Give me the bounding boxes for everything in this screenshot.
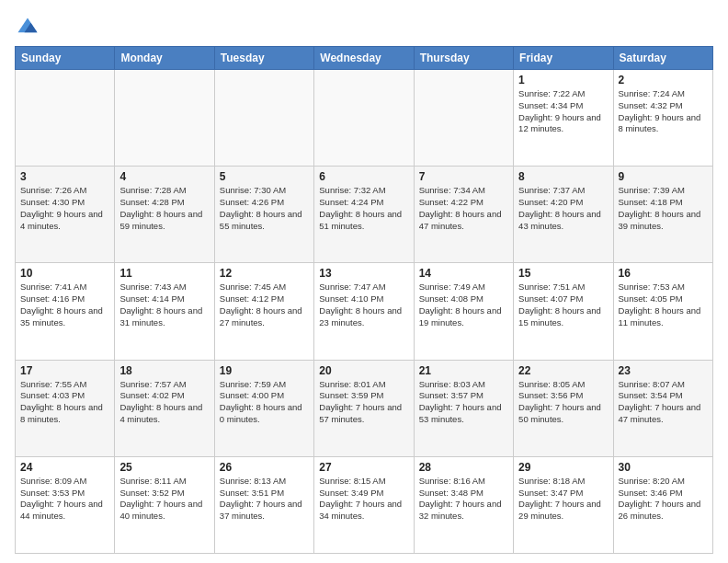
day-info: Sunrise: 8:11 AM Sunset: 3:52 PM Dayligh… (119, 476, 209, 523)
calendar-cell-w5d2: 26Sunrise: 8:13 AM Sunset: 3:51 PM Dayli… (214, 456, 313, 553)
day-number: 12 (220, 267, 309, 280)
day-number: 16 (619, 267, 708, 280)
day-info: Sunrise: 7:39 AM Sunset: 4:18 PM Dayligh… (619, 185, 708, 232)
day-info: Sunrise: 8:01 AM Sunset: 3:59 PM Dayligh… (319, 379, 408, 426)
calendar-cell-w5d0: 24Sunrise: 8:09 AM Sunset: 3:53 PM Dayli… (16, 456, 115, 553)
logo-icon (15, 15, 40, 40)
day-info: Sunrise: 8:18 AM Sunset: 3:47 PM Dayligh… (518, 476, 608, 523)
day-number: 7 (419, 170, 508, 183)
day-number: 26 (220, 461, 309, 474)
day-info: Sunrise: 7:55 AM Sunset: 4:03 PM Dayligh… (20, 379, 109, 426)
calendar-cell-w3d6: 16Sunrise: 7:53 AM Sunset: 4:05 PM Dayli… (613, 263, 712, 360)
calendar-cell-w4d6: 23Sunrise: 8:07 AM Sunset: 3:54 PM Dayli… (613, 360, 712, 456)
calendar-cell-w2d2: 5Sunrise: 7:30 AM Sunset: 4:26 PM Daylig… (214, 167, 313, 263)
day-info: Sunrise: 8:05 AM Sunset: 3:56 PM Dayligh… (518, 379, 608, 426)
day-number: 1 (518, 74, 608, 86)
day-number: 6 (319, 170, 408, 183)
day-number: 5 (220, 170, 309, 183)
calendar-cell-w5d1: 25Sunrise: 8:11 AM Sunset: 3:52 PM Dayli… (115, 456, 214, 553)
calendar-cell-w1d6: 2Sunrise: 7:24 AM Sunset: 4:32 PM Daylig… (613, 70, 712, 167)
calendar-cell-w1d0 (16, 70, 115, 167)
calendar-header-row: SundayMondayTuesdayWednesdayThursdayFrid… (16, 47, 713, 70)
day-number: 10 (20, 267, 109, 280)
day-number: 21 (419, 364, 508, 377)
calendar-header-tuesday: Tuesday (214, 47, 313, 70)
day-info: Sunrise: 7:59 AM Sunset: 4:00 PM Dayligh… (220, 379, 309, 426)
day-number: 3 (20, 170, 109, 183)
logo (15, 15, 44, 40)
calendar-header-saturday: Saturday (613, 47, 712, 70)
calendar-cell-w1d3 (314, 70, 414, 167)
day-number: 4 (119, 170, 209, 183)
day-number: 23 (619, 364, 708, 377)
calendar-cell-w4d5: 22Sunrise: 8:05 AM Sunset: 3:56 PM Dayli… (514, 360, 613, 456)
calendar-cell-w3d1: 11Sunrise: 7:43 AM Sunset: 4:14 PM Dayli… (115, 263, 214, 360)
day-number: 18 (119, 364, 209, 377)
day-number: 15 (518, 267, 608, 280)
day-number: 28 (419, 461, 508, 474)
day-info: Sunrise: 7:34 AM Sunset: 4:22 PM Dayligh… (419, 185, 508, 232)
calendar-cell-w2d5: 8Sunrise: 7:37 AM Sunset: 4:20 PM Daylig… (514, 167, 613, 263)
calendar-cell-w5d6: 30Sunrise: 8:20 AM Sunset: 3:46 PM Dayli… (613, 456, 712, 553)
day-number: 29 (518, 461, 608, 474)
day-info: Sunrise: 7:43 AM Sunset: 4:14 PM Dayligh… (119, 282, 209, 328)
day-info: Sunrise: 8:03 AM Sunset: 3:57 PM Dayligh… (419, 379, 508, 426)
day-info: Sunrise: 8:16 AM Sunset: 3:48 PM Dayligh… (419, 476, 508, 523)
day-info: Sunrise: 7:57 AM Sunset: 4:02 PM Dayligh… (119, 379, 209, 426)
calendar-header-sunday: Sunday (16, 47, 115, 70)
day-info: Sunrise: 8:09 AM Sunset: 3:53 PM Dayligh… (20, 476, 109, 523)
calendar-cell-w1d1 (115, 70, 214, 167)
day-info: Sunrise: 7:47 AM Sunset: 4:10 PM Dayligh… (319, 282, 408, 328)
day-info: Sunrise: 7:22 AM Sunset: 4:34 PM Dayligh… (518, 88, 608, 135)
calendar-header-friday: Friday (514, 47, 613, 70)
day-info: Sunrise: 7:45 AM Sunset: 4:12 PM Dayligh… (220, 282, 309, 328)
day-number: 2 (619, 74, 708, 86)
day-info: Sunrise: 8:13 AM Sunset: 3:51 PM Dayligh… (220, 476, 309, 523)
page: SundayMondayTuesdayWednesdayThursdayFrid… (0, 0, 728, 563)
day-number: 19 (220, 364, 309, 377)
day-number: 8 (518, 170, 608, 183)
day-info: Sunrise: 7:32 AM Sunset: 4:24 PM Dayligh… (319, 185, 408, 232)
day-info: Sunrise: 7:51 AM Sunset: 4:07 PM Dayligh… (518, 282, 608, 328)
calendar-header-wednesday: Wednesday (314, 47, 414, 70)
day-info: Sunrise: 7:28 AM Sunset: 4:28 PM Dayligh… (119, 185, 209, 232)
day-info: Sunrise: 7:41 AM Sunset: 4:16 PM Dayligh… (20, 282, 109, 328)
calendar-cell-w3d2: 12Sunrise: 7:45 AM Sunset: 4:12 PM Dayli… (214, 263, 313, 360)
day-number: 9 (619, 170, 708, 183)
week-row-1: 1Sunrise: 7:22 AM Sunset: 4:34 PM Daylig… (16, 70, 713, 167)
day-number: 11 (119, 267, 209, 280)
calendar-cell-w3d0: 10Sunrise: 7:41 AM Sunset: 4:16 PM Dayli… (16, 263, 115, 360)
week-row-4: 17Sunrise: 7:55 AM Sunset: 4:03 PM Dayli… (16, 360, 713, 456)
week-row-5: 24Sunrise: 8:09 AM Sunset: 3:53 PM Dayli… (16, 456, 713, 553)
day-info: Sunrise: 7:53 AM Sunset: 4:05 PM Dayligh… (619, 282, 708, 328)
week-row-3: 10Sunrise: 7:41 AM Sunset: 4:16 PM Dayli… (16, 263, 713, 360)
calendar-cell-w1d2 (214, 70, 313, 167)
calendar-cell-w4d0: 17Sunrise: 7:55 AM Sunset: 4:03 PM Dayli… (16, 360, 115, 456)
day-info: Sunrise: 7:30 AM Sunset: 4:26 PM Dayligh… (220, 185, 309, 232)
calendar-cell-w1d4 (414, 70, 513, 167)
calendar-cell-w5d3: 27Sunrise: 8:15 AM Sunset: 3:49 PM Dayli… (314, 456, 414, 553)
day-number: 30 (619, 461, 708, 474)
day-info: Sunrise: 7:24 AM Sunset: 4:32 PM Dayligh… (619, 88, 708, 135)
day-info: Sunrise: 7:49 AM Sunset: 4:08 PM Dayligh… (419, 282, 508, 328)
day-number: 24 (20, 461, 109, 474)
calendar-cell-w1d5: 1Sunrise: 7:22 AM Sunset: 4:34 PM Daylig… (514, 70, 613, 167)
day-info: Sunrise: 8:07 AM Sunset: 3:54 PM Dayligh… (619, 379, 708, 426)
week-row-2: 3Sunrise: 7:26 AM Sunset: 4:30 PM Daylig… (16, 167, 713, 263)
calendar-cell-w2d1: 4Sunrise: 7:28 AM Sunset: 4:28 PM Daylig… (115, 167, 214, 263)
calendar-cell-w2d4: 7Sunrise: 7:34 AM Sunset: 4:22 PM Daylig… (414, 167, 513, 263)
calendar-cell-w4d2: 19Sunrise: 7:59 AM Sunset: 4:00 PM Dayli… (214, 360, 313, 456)
calendar-cell-w4d3: 20Sunrise: 8:01 AM Sunset: 3:59 PM Dayli… (314, 360, 414, 456)
calendar-header-thursday: Thursday (414, 47, 513, 70)
calendar-cell-w3d5: 15Sunrise: 7:51 AM Sunset: 4:07 PM Dayli… (514, 263, 613, 360)
day-info: Sunrise: 8:20 AM Sunset: 3:46 PM Dayligh… (619, 476, 708, 523)
day-number: 14 (419, 267, 508, 280)
calendar-cell-w4d1: 18Sunrise: 7:57 AM Sunset: 4:02 PM Dayli… (115, 360, 214, 456)
day-number: 27 (319, 461, 408, 474)
calendar-cell-w2d6: 9Sunrise: 7:39 AM Sunset: 4:18 PM Daylig… (613, 167, 712, 263)
calendar-cell-w2d3: 6Sunrise: 7:32 AM Sunset: 4:24 PM Daylig… (314, 167, 414, 263)
day-number: 25 (119, 461, 209, 474)
day-number: 22 (518, 364, 608, 377)
calendar-cell-w4d4: 21Sunrise: 8:03 AM Sunset: 3:57 PM Dayli… (414, 360, 513, 456)
day-info: Sunrise: 7:26 AM Sunset: 4:30 PM Dayligh… (20, 185, 109, 232)
